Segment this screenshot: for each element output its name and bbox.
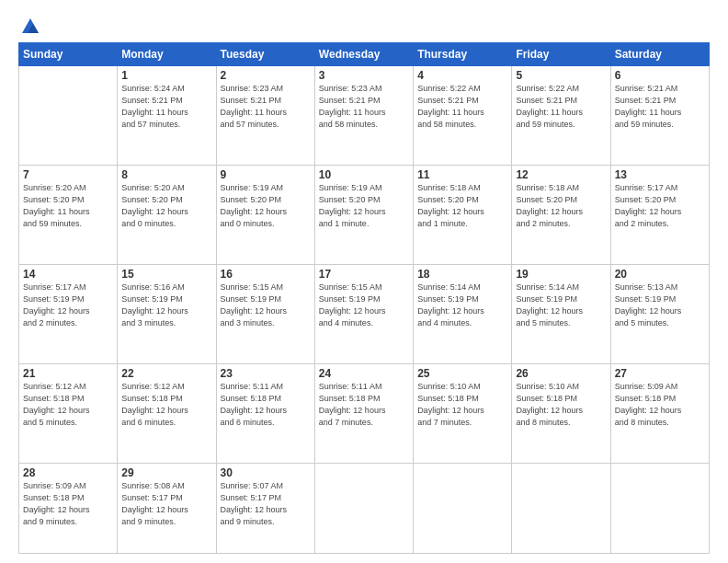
calendar-cell: 16Sunrise: 5:15 AMSunset: 5:19 PMDayligh… bbox=[216, 265, 314, 364]
calendar-cell: 24Sunrise: 5:11 AMSunset: 5:18 PMDayligh… bbox=[314, 364, 413, 464]
weekday-header-sunday: Sunday bbox=[19, 43, 118, 66]
day-number: 1 bbox=[121, 69, 211, 82]
logo-icon bbox=[20, 17, 40, 37]
header bbox=[18, 17, 710, 33]
day-number: 18 bbox=[417, 268, 507, 281]
calendar-cell: 29Sunrise: 5:08 AMSunset: 5:17 PMDayligh… bbox=[118, 464, 216, 554]
logo bbox=[18, 17, 40, 33]
calendar-cell: 14Sunrise: 5:17 AMSunset: 5:19 PMDayligh… bbox=[19, 265, 118, 364]
calendar-cell: 21Sunrise: 5:12 AMSunset: 5:18 PMDayligh… bbox=[19, 364, 118, 464]
day-info: Sunrise: 5:23 AMSunset: 5:21 PMDaylight:… bbox=[319, 83, 409, 131]
calendar-cell: 28Sunrise: 5:09 AMSunset: 5:18 PMDayligh… bbox=[19, 464, 118, 554]
weekday-header-thursday: Thursday bbox=[414, 43, 512, 66]
day-number: 14 bbox=[23, 268, 113, 281]
day-info: Sunrise: 5:18 AMSunset: 5:20 PMDaylight:… bbox=[417, 182, 507, 230]
calendar-cell: 2Sunrise: 5:23 AMSunset: 5:21 PMDaylight… bbox=[216, 66, 314, 166]
calendar-cell: 15Sunrise: 5:16 AMSunset: 5:19 PMDayligh… bbox=[118, 265, 216, 364]
day-info: Sunrise: 5:22 AMSunset: 5:21 PMDaylight:… bbox=[417, 83, 507, 131]
day-number: 2 bbox=[221, 69, 311, 82]
day-number: 3 bbox=[319, 69, 409, 82]
day-number: 22 bbox=[121, 367, 211, 380]
day-info: Sunrise: 5:14 AMSunset: 5:19 PMDaylight:… bbox=[417, 282, 507, 329]
calendar-cell: 5Sunrise: 5:22 AMSunset: 5:21 PMDaylight… bbox=[512, 66, 610, 166]
calendar-cell bbox=[414, 464, 512, 554]
calendar-cell: 7Sunrise: 5:20 AMSunset: 5:20 PMDaylight… bbox=[19, 166, 118, 265]
day-info: Sunrise: 5:09 AMSunset: 5:18 PMDaylight:… bbox=[23, 480, 113, 528]
day-info: Sunrise: 5:12 AMSunset: 5:18 PMDaylight:… bbox=[121, 381, 211, 429]
day-info: Sunrise: 5:13 AMSunset: 5:19 PMDaylight:… bbox=[615, 282, 705, 329]
calendar-cell: 26Sunrise: 5:10 AMSunset: 5:18 PMDayligh… bbox=[512, 364, 610, 464]
day-number: 19 bbox=[516, 268, 606, 281]
calendar-cell: 12Sunrise: 5:18 AMSunset: 5:20 PMDayligh… bbox=[512, 166, 610, 265]
day-info: Sunrise: 5:20 AMSunset: 5:20 PMDaylight:… bbox=[23, 182, 113, 230]
calendar-cell: 11Sunrise: 5:18 AMSunset: 5:20 PMDayligh… bbox=[414, 166, 512, 265]
day-number: 9 bbox=[221, 168, 311, 181]
calendar-cell: 18Sunrise: 5:14 AMSunset: 5:19 PMDayligh… bbox=[414, 265, 512, 364]
day-number: 11 bbox=[417, 168, 507, 181]
calendar-cell: 4Sunrise: 5:22 AMSunset: 5:21 PMDaylight… bbox=[414, 66, 512, 166]
day-number: 28 bbox=[23, 466, 113, 479]
day-info: Sunrise: 5:08 AMSunset: 5:17 PMDaylight:… bbox=[121, 480, 211, 528]
calendar-cell bbox=[19, 66, 118, 166]
day-info: Sunrise: 5:07 AMSunset: 5:17 PMDaylight:… bbox=[221, 480, 311, 528]
calendar-cell bbox=[610, 464, 709, 554]
day-info: Sunrise: 5:16 AMSunset: 5:19 PMDaylight:… bbox=[121, 282, 211, 329]
day-info: Sunrise: 5:17 AMSunset: 5:19 PMDaylight:… bbox=[23, 282, 113, 329]
calendar-cell: 17Sunrise: 5:15 AMSunset: 5:19 PMDayligh… bbox=[314, 265, 413, 364]
calendar: SundayMondayTuesdayWednesdayThursdayFrid… bbox=[18, 42, 710, 554]
calendar-cell: 1Sunrise: 5:24 AMSunset: 5:21 PMDaylight… bbox=[118, 66, 216, 166]
day-number: 30 bbox=[221, 466, 311, 479]
day-info: Sunrise: 5:17 AMSunset: 5:20 PMDaylight:… bbox=[615, 182, 705, 230]
day-info: Sunrise: 5:12 AMSunset: 5:18 PMDaylight:… bbox=[23, 381, 113, 429]
day-number: 24 bbox=[319, 367, 409, 380]
calendar-cell: 30Sunrise: 5:07 AMSunset: 5:17 PMDayligh… bbox=[216, 464, 314, 554]
day-info: Sunrise: 5:11 AMSunset: 5:18 PMDaylight:… bbox=[221, 381, 311, 429]
weekday-header-friday: Friday bbox=[512, 43, 610, 66]
calendar-cell bbox=[314, 464, 413, 554]
day-number: 23 bbox=[221, 367, 311, 380]
day-info: Sunrise: 5:24 AMSunset: 5:21 PMDaylight:… bbox=[121, 83, 211, 131]
day-info: Sunrise: 5:23 AMSunset: 5:21 PMDaylight:… bbox=[221, 83, 311, 131]
day-number: 8 bbox=[121, 168, 211, 181]
calendar-cell: 23Sunrise: 5:11 AMSunset: 5:18 PMDayligh… bbox=[216, 364, 314, 464]
day-number: 13 bbox=[615, 168, 705, 181]
day-number: 21 bbox=[23, 367, 113, 380]
calendar-cell: 27Sunrise: 5:09 AMSunset: 5:18 PMDayligh… bbox=[610, 364, 709, 464]
day-number: 12 bbox=[516, 168, 606, 181]
weekday-header-tuesday: Tuesday bbox=[216, 43, 314, 66]
day-number: 6 bbox=[615, 69, 705, 82]
calendar-cell: 6Sunrise: 5:21 AMSunset: 5:21 PMDaylight… bbox=[610, 66, 709, 166]
day-number: 25 bbox=[417, 367, 507, 380]
calendar-cell: 19Sunrise: 5:14 AMSunset: 5:19 PMDayligh… bbox=[512, 265, 610, 364]
day-info: Sunrise: 5:10 AMSunset: 5:18 PMDaylight:… bbox=[516, 381, 606, 429]
day-info: Sunrise: 5:20 AMSunset: 5:20 PMDaylight:… bbox=[121, 182, 211, 230]
day-info: Sunrise: 5:11 AMSunset: 5:18 PMDaylight:… bbox=[319, 381, 409, 429]
calendar-cell: 25Sunrise: 5:10 AMSunset: 5:18 PMDayligh… bbox=[414, 364, 512, 464]
day-number: 17 bbox=[319, 268, 409, 281]
calendar-cell: 3Sunrise: 5:23 AMSunset: 5:21 PMDaylight… bbox=[314, 66, 413, 166]
day-info: Sunrise: 5:19 AMSunset: 5:20 PMDaylight:… bbox=[319, 182, 409, 230]
weekday-header-monday: Monday bbox=[118, 43, 216, 66]
day-number: 29 bbox=[121, 466, 211, 479]
day-info: Sunrise: 5:14 AMSunset: 5:19 PMDaylight:… bbox=[516, 282, 606, 329]
day-info: Sunrise: 5:21 AMSunset: 5:21 PMDaylight:… bbox=[615, 83, 705, 131]
calendar-cell: 8Sunrise: 5:20 AMSunset: 5:20 PMDaylight… bbox=[118, 166, 216, 265]
day-info: Sunrise: 5:19 AMSunset: 5:20 PMDaylight:… bbox=[221, 182, 311, 230]
calendar-cell: 22Sunrise: 5:12 AMSunset: 5:18 PMDayligh… bbox=[118, 364, 216, 464]
day-number: 26 bbox=[516, 367, 606, 380]
calendar-cell: 13Sunrise: 5:17 AMSunset: 5:20 PMDayligh… bbox=[610, 166, 709, 265]
day-info: Sunrise: 5:15 AMSunset: 5:19 PMDaylight:… bbox=[221, 282, 311, 329]
day-number: 27 bbox=[615, 367, 705, 380]
day-number: 10 bbox=[319, 168, 409, 181]
day-number: 20 bbox=[615, 268, 705, 281]
day-number: 5 bbox=[516, 69, 606, 82]
day-number: 4 bbox=[417, 69, 507, 82]
weekday-header-wednesday: Wednesday bbox=[314, 43, 413, 66]
calendar-cell: 10Sunrise: 5:19 AMSunset: 5:20 PMDayligh… bbox=[314, 166, 413, 265]
day-number: 16 bbox=[221, 268, 311, 281]
day-number: 7 bbox=[23, 168, 113, 181]
page: SundayMondayTuesdayWednesdayThursdayFrid… bbox=[0, 0, 728, 563]
day-info: Sunrise: 5:09 AMSunset: 5:18 PMDaylight:… bbox=[615, 381, 705, 429]
day-info: Sunrise: 5:22 AMSunset: 5:21 PMDaylight:… bbox=[516, 83, 606, 131]
day-info: Sunrise: 5:10 AMSunset: 5:18 PMDaylight:… bbox=[417, 381, 507, 429]
